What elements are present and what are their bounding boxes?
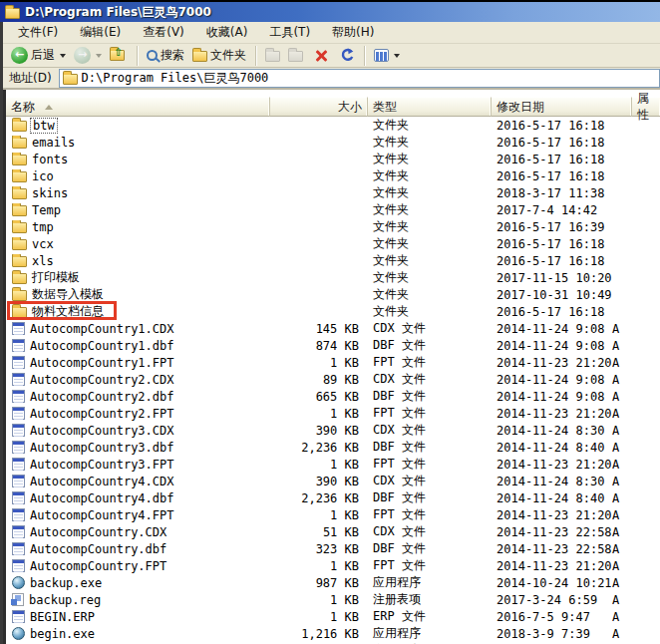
- table-icon: [12, 491, 25, 504]
- table-icon: [12, 356, 25, 369]
- menu-tools[interactable]: 工具(T): [258, 21, 321, 44]
- file-size: 390 KB: [270, 475, 363, 488]
- file-name: AutocompCountry1.FPT: [28, 356, 176, 370]
- file-date: 2014-11-24 8:30: [492, 424, 612, 438]
- file-name: AutocompCountry1.CDX: [28, 322, 176, 336]
- search-button[interactable]: 搜索: [144, 46, 187, 65]
- file-row[interactable]: AutocompCountry2.CDX 89 KB CDX 文件 2014-1…: [6, 371, 660, 388]
- table-icon: [12, 339, 25, 352]
- file-row[interactable]: vcx 文件夹 2016-5-17 16:18: [6, 235, 660, 252]
- column-header-date[interactable]: 修改日期: [492, 97, 632, 117]
- file-row[interactable]: AutocompCountry4.FPT 1 KB FPT 文件 2014-11…: [6, 506, 660, 523]
- title-bar[interactable]: D:\Program Files\巨灵鸟7000: [0, 2, 660, 22]
- file-date: 2018-3-17 11:38: [492, 186, 612, 200]
- toolbar-separator: [255, 46, 256, 66]
- file-attr: A: [612, 424, 642, 438]
- file-name: AutocompCountry.dbf: [28, 542, 168, 556]
- file-row[interactable]: ico 文件夹 2016-5-17 16:18: [6, 167, 660, 184]
- menu-favorites[interactable]: 收藏(A): [195, 21, 259, 44]
- menu-file[interactable]: 文件(F): [7, 21, 69, 44]
- file-name: backup.reg: [27, 593, 103, 607]
- file-type: DBF 文件: [363, 489, 492, 506]
- file-type: DBF 文件: [363, 337, 492, 354]
- file-date: 2014-11-24 9:08: [492, 390, 612, 404]
- column-header-attr[interactable]: 属性: [632, 97, 660, 117]
- file-type: CDX 文件: [363, 422, 492, 439]
- file-row[interactable]: AutocompCountry.CDX 51 KB CDX 文件 2014-11…: [6, 523, 660, 540]
- file-attr: A: [612, 407, 642, 421]
- file-date: 2014-11-23 22:58: [492, 542, 612, 556]
- file-row[interactable]: AutocompCountry3.CDX 390 KB CDX 文件 2014-…: [6, 422, 660, 439]
- menu-view[interactable]: 查看(V): [132, 21, 195, 44]
- menu-help[interactable]: 帮助(H): [321, 21, 385, 44]
- file-row[interactable]: begin.exe 1,216 KB 应用程序 2018-3-9 7:39 A: [6, 625, 660, 642]
- file-row[interactable]: backup.exe 987 KB 应用程序 2014-10-24 10:21 …: [6, 574, 660, 591]
- file-name: AutocompCountry.CDX: [28, 525, 168, 539]
- file-type: 文件夹: [363, 184, 492, 201]
- file-row[interactable]: AutocompCountry3.dbf 2,236 KB DBF 文件 201…: [6, 439, 660, 456]
- file-type: 应用程序: [363, 574, 492, 591]
- file-row[interactable]: xls 文件夹 2016-5-17 16:18: [6, 252, 660, 269]
- file-row[interactable]: AutocompCountry1.dbf 874 KB DBF 文件 2014-…: [6, 337, 660, 354]
- file-name: AutocompCountry2.FPT: [28, 407, 176, 421]
- file-date: 2017-11-15 10:20: [492, 271, 612, 285]
- delete-button[interactable]: [308, 48, 334, 64]
- file-row[interactable]: AutocompCountry4.dbf 2,236 KB DBF 文件 201…: [6, 489, 660, 506]
- file-size: 323 KB: [270, 542, 363, 556]
- file-list: btw 文件夹 2016-5-17 16:18 emails 文件夹 2016-…: [6, 117, 660, 644]
- file-row[interactable]: skins 文件夹 2018-3-17 11:38: [6, 184, 660, 201]
- file-attr: A: [612, 559, 642, 573]
- toolbar-separator: [137, 46, 138, 66]
- back-label: 后退: [31, 47, 55, 64]
- move-to-button[interactable]: [262, 48, 283, 63]
- file-date: 2014-11-23 21:20: [492, 559, 612, 573]
- file-size: 2,236 KB: [270, 441, 363, 455]
- file-type: 应用程序: [363, 625, 492, 642]
- forward-button[interactable]: →: [71, 46, 105, 65]
- file-row[interactable]: 打印模板 文件夹 2017-11-15 10:20: [6, 269, 660, 286]
- file-row[interactable]: btw 文件夹 2016-5-17 16:18: [6, 117, 660, 134]
- file-row[interactable]: BEGIN.ERP 1 KB ERP 文件 2016-7-5 9:47 A: [6, 608, 660, 625]
- column-header-type[interactable]: 类型: [368, 97, 492, 117]
- file-row[interactable]: backup.reg 1 KB 注册表项 2017-3-24 6:59 A: [6, 591, 660, 608]
- column-headers: 名称 大小 类型 修改日期 属性: [6, 97, 660, 117]
- file-row[interactable]: AutocompCountry4.CDX 390 KB CDX 文件 2014-…: [6, 473, 660, 489]
- file-row[interactable]: Temp 文件夹 2017-7-4 14:42: [6, 201, 660, 218]
- delete-x-icon: [314, 49, 328, 63]
- file-type: 文件夹: [363, 252, 492, 269]
- file-row[interactable]: AutocompCountry1.CDX 145 KB CDX 文件 2014-…: [6, 320, 660, 337]
- up-button[interactable]: ⇧: [107, 47, 131, 64]
- file-date: 2016-5-17 16:18: [492, 305, 612, 319]
- folder-icon: [12, 222, 27, 233]
- file-type: 文件夹: [363, 134, 492, 151]
- file-row[interactable]: fonts 文件夹 2016-5-17 16:18: [6, 151, 660, 167]
- file-row[interactable]: AutocompCountry.dbf 323 KB DBF 文件 2014-1…: [6, 540, 660, 557]
- back-button[interactable]: ← 后退: [8, 46, 69, 65]
- folders-button[interactable]: 文件夹: [189, 46, 249, 65]
- copy-to-button[interactable]: [285, 48, 306, 63]
- file-row[interactable]: AutocompCountry2.FPT 1 KB FPT 文件 2014-11…: [6, 405, 660, 422]
- menu-edit[interactable]: 编辑(E): [69, 21, 132, 44]
- file-date: 2014-11-23 21:20: [492, 356, 612, 370]
- file-name: xls: [30, 254, 56, 268]
- file-attr: A: [612, 441, 642, 455]
- file-row[interactable]: AutocompCountry.FPT 1 KB FPT 文件 2014-11-…: [6, 557, 660, 574]
- file-size: 1 KB: [270, 610, 363, 624]
- address-bar: 地址(D) D:\Program Files\巨灵鸟7000: [3, 68, 660, 90]
- views-button[interactable]: [371, 48, 403, 63]
- file-row[interactable]: AutocompCountry3.FPT 1 KB FPT 文件 2014-11…: [6, 456, 660, 473]
- column-header-name[interactable]: 名称: [6, 97, 270, 117]
- file-type: FPT 文件: [363, 506, 492, 523]
- column-header-size[interactable]: 大小: [270, 97, 368, 117]
- address-input[interactable]: D:\Program Files\巨灵鸟7000: [59, 69, 660, 88]
- file-row[interactable]: AutocompCountry2.dbf 665 KB DBF 文件 2014-…: [6, 388, 660, 405]
- table-icon: [12, 373, 25, 386]
- undo-button[interactable]: [336, 47, 358, 64]
- file-row[interactable]: AutocompCountry1.FPT 1 KB FPT 文件 2014-11…: [6, 354, 660, 371]
- file-size: 1 KB: [270, 407, 363, 421]
- file-row[interactable]: tmp 文件夹 2016-5-17 16:39: [6, 218, 660, 235]
- file-attr: A: [612, 339, 642, 353]
- folder-icon: [12, 138, 27, 149]
- file-row[interactable]: emails 文件夹 2016-5-17 16:18: [6, 134, 660, 151]
- file-size: 1 KB: [270, 559, 363, 573]
